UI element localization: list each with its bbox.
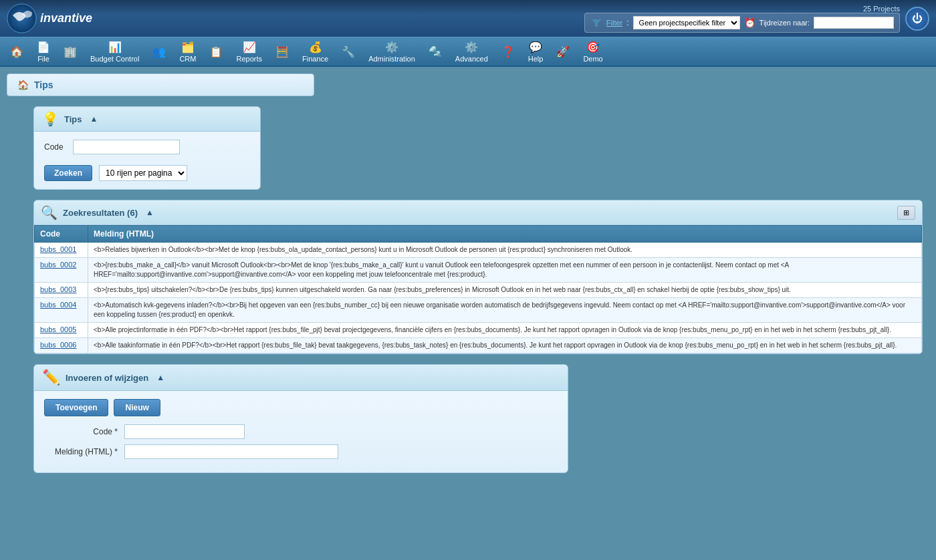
nav-item-icon2[interactable]: 🏢 (57, 43, 84, 60)
tips-section-title: Tips (64, 114, 82, 124)
navbar: 🏠 📄 File 🏢 📊 Budget Control 👥 🗂️ CRM 📋 📈… (0, 37, 936, 67)
button-form-row: Zoeken 10 rijen per pagina 5 rijen per p… (44, 165, 187, 181)
advanced-icon: ⚙️ (465, 41, 478, 53)
rows-per-page-select[interactable]: 10 rijen per pagina 5 rijen per pagina 2… (99, 165, 187, 181)
nav-item-budget[interactable]: 📊 Budget Control (84, 39, 146, 65)
tips-bulb-icon: 💡 (42, 111, 59, 127)
nav-item-wrench[interactable]: 🔧 (335, 43, 362, 60)
tijdreizen-label: Tijdreizen naar: (759, 19, 810, 27)
filter-select[interactable]: Geen projectspecifiek filter (633, 16, 740, 29)
page-header-home-icon: 🏠 (17, 80, 29, 90)
result-code-cell[interactable]: bubs_0004 (35, 298, 88, 323)
new-button[interactable]: Nieuw (114, 399, 160, 416)
table-row: bubs_0003<b>{res:bubs_tips} uitschakelen… (35, 283, 922, 298)
result-code-cell[interactable]: bubs_0006 (35, 338, 88, 354)
result-code-cell[interactable]: bubs_0005 (35, 323, 88, 338)
result-code-cell[interactable]: bubs_0001 (35, 243, 88, 258)
home-icon: 🏠 (10, 45, 23, 58)
nav-item-calc[interactable]: 🧮 (269, 43, 296, 60)
clipboard-icon: 📋 (209, 45, 223, 58)
results-table-container: Code Melding (HTML) bubs_0001<b>Relaties… (34, 225, 922, 354)
nav-item-gear2[interactable]: 🔩 (422, 43, 449, 60)
nav-item-home[interactable]: 🏠 (3, 43, 30, 60)
result-code-cell[interactable]: bubs_0002 (35, 258, 88, 283)
results-table: Code Melding (HTML) bubs_0001<b>Relaties… (34, 225, 922, 354)
question-icon: ❓ (501, 45, 515, 58)
gear2-icon: 🔩 (429, 45, 442, 58)
results-header-left: 🔍 Zoekresultaten (6) ▲ (41, 204, 154, 221)
demo-icon: 🎯 (586, 41, 600, 53)
results-collapse-button[interactable]: ▲ (146, 208, 154, 217)
help-icon: 💬 (529, 41, 542, 53)
results-section: 🔍 Zoekresultaten (6) ▲ ⊞ Code Melding (H… (33, 200, 923, 354)
logo-area: invantive (7, 3, 92, 33)
tips-section-header: 💡 Tips ▲ (34, 107, 260, 132)
nav-item-help-icon[interactable]: ❓ (495, 43, 521, 60)
nav-label-budget: Budget Control (90, 55, 139, 63)
tijdreizen-input[interactable] (814, 17, 894, 29)
results-search-icon: 🔍 (41, 204, 57, 221)
admin-icon: ⚙️ (385, 41, 398, 53)
edit-section-header: ✏️ Invoeren of wijzigen ▲ (34, 365, 568, 391)
result-melding-cell: <b>Automatisch kvk-gegevens inladen?</b>… (88, 298, 922, 323)
nav-item-reports[interactable]: 📈 Reports (229, 39, 269, 65)
result-code-cell[interactable]: bubs_0003 (35, 283, 88, 298)
nav-label-help: Help (528, 55, 544, 63)
svg-marker-1 (592, 19, 601, 27)
wrench-icon: 🔧 (342, 45, 355, 58)
filter-link[interactable]: Filter (606, 19, 622, 27)
nav-label-advanced: Advanced (455, 55, 488, 63)
nav-item-administration[interactable]: ⚙️ Administration (362, 39, 422, 65)
edit-section-title: Invoeren of wijzigen (66, 373, 148, 383)
nav-label-demo: Demo (583, 55, 602, 63)
file-icon: 📄 (37, 41, 50, 53)
add-button[interactable]: Toevoegen (44, 399, 108, 416)
search-button[interactable]: Zoeken (44, 165, 92, 181)
edit-body: Toevoegen Nieuw Code * Melding (HTML) * (34, 391, 568, 472)
result-melding-cell: <b>Alle taakinformatie in één PDF?</b><b… (88, 338, 922, 354)
nav-item-rocket[interactable]: 🚀 (550, 43, 576, 60)
result-melding-cell: <b>{res:bubs_make_a_call}</b> vanuit Mic… (88, 258, 922, 283)
col-header-melding: Melding (HTML) (88, 226, 922, 243)
page-title: Tips (34, 80, 53, 90)
rocket-icon: 🚀 (556, 45, 570, 58)
nav-item-file[interactable]: 📄 File (30, 39, 57, 65)
filter-bar: Filter : Geen projectspecifiek filter ⏰ … (584, 13, 900, 33)
logo-text: invantive (40, 11, 92, 25)
result-melding-cell: <b>{res:bubs_tips} uitschakelen?</b><br>… (88, 283, 922, 298)
results-section-header: 🔍 Zoekresultaten (6) ▲ ⊞ (34, 200, 922, 225)
code-input[interactable] (73, 140, 180, 154)
code-form-row: Code (44, 140, 180, 154)
result-melding-cell: <b>Relaties bijwerken in Outlook</b><br>… (88, 243, 922, 258)
code-label: Code (44, 142, 68, 152)
nav-item-people[interactable]: 👥 (146, 43, 172, 60)
projects-count-bar: 25 Projects Filter : Geen projectspecifi… (584, 5, 900, 33)
nav-label-administration: Administration (368, 55, 415, 63)
nav-item-advanced[interactable]: ⚙️ Advanced (449, 39, 495, 65)
nav-item-demo[interactable]: 🎯 Demo (576, 39, 609, 65)
nav-label-reports: Reports (236, 55, 262, 63)
content: 🏠 Tips 💡 Tips ▲ Code Zoeken 10 rijen per… (0, 67, 936, 560)
power-button[interactable]: ⏻ (905, 7, 929, 31)
nav-item-help[interactable]: 💬 Help (521, 39, 550, 65)
tips-collapse-button[interactable]: ▲ (90, 114, 98, 124)
edit-code-input[interactable] (124, 424, 245, 439)
nav-item-crm[interactable]: 🗂️ CRM (172, 39, 203, 65)
edit-melding-input[interactable] (124, 444, 338, 459)
results-title: Zoekresultaten (6) (63, 208, 138, 218)
logo-icon (7, 3, 37, 33)
calculator-icon: 🧮 (275, 45, 289, 58)
edit-melding-row: Melding (HTML) * (44, 444, 558, 459)
nav-label-file: File (37, 55, 49, 63)
filter-icon (590, 17, 602, 29)
page-header: 🏠 Tips (7, 74, 314, 96)
projects-count: 25 Projects (863, 5, 900, 13)
edit-collapse-button[interactable]: ▲ (156, 373, 164, 382)
nav-item-finance[interactable]: 💰 Finance (296, 39, 335, 65)
nav-item-clip[interactable]: 📋 (203, 43, 229, 60)
export-button[interactable]: ⊞ (897, 206, 915, 220)
edit-code-row: Code * (44, 424, 558, 439)
table-row: bubs_0005<b>Alle projectinformatie in éé… (35, 323, 922, 338)
edit-section: ✏️ Invoeren of wijzigen ▲ Toevoegen Nieu… (33, 364, 568, 473)
table-row: bubs_0001<b>Relaties bijwerken in Outloo… (35, 243, 922, 258)
